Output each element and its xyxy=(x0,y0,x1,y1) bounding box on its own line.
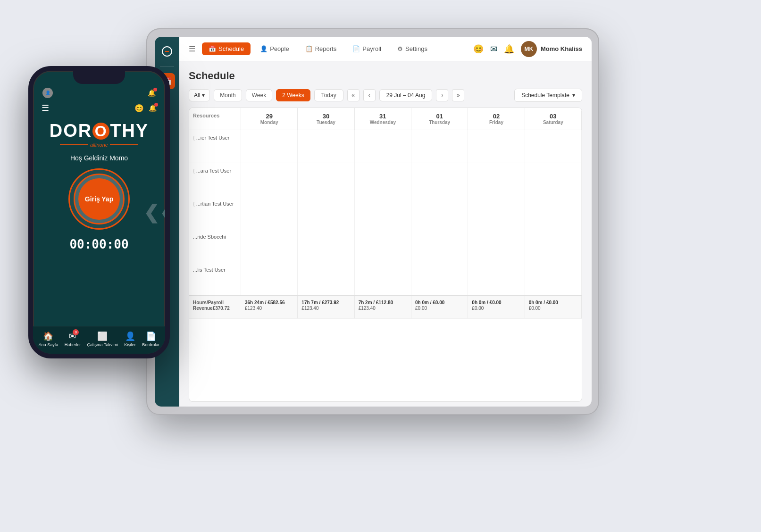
cell-r1-tue[interactable] xyxy=(298,130,354,163)
cell-r4-tue[interactable] xyxy=(298,229,354,262)
phone-user-avatar: 👤 xyxy=(42,88,53,98)
day-name-sat: Saturday xyxy=(529,120,577,125)
mail-icon[interactable]: ✉ xyxy=(490,44,497,54)
phone-top-nav: ☰ 😊 🔔 xyxy=(33,100,165,116)
tab-schedule[interactable]: 📅 Schedule xyxy=(202,42,251,55)
calendar-grid: Resources 29 Monday 30 Tuesday 31 xyxy=(189,108,582,402)
tab-reports[interactable]: 📋 Reports xyxy=(299,42,343,55)
user-info[interactable]: MK Momo Khaliss xyxy=(521,41,582,57)
phone-logo-area: DOROTHY allinone xyxy=(33,116,165,151)
total-amount-tue: £123.40 xyxy=(301,306,350,311)
cell-r1-wed[interactable] xyxy=(355,130,411,163)
total-hours-tue: 17h 7m / £273.92 xyxy=(301,300,350,305)
phone-nav-payroll[interactable]: 📄 Bordrolar xyxy=(142,331,159,347)
phone-face-icon: 😊 xyxy=(134,104,144,113)
cell-r1-thu[interactable] xyxy=(411,130,468,163)
table-row: { ...ara Test User xyxy=(189,163,582,196)
people-tab-label: People xyxy=(270,45,289,52)
emoji-icon[interactable]: 😊 xyxy=(473,44,484,54)
total-revenue-label: Revenue£370.72 xyxy=(193,306,237,311)
cell-r2-mon[interactable] xyxy=(241,163,298,196)
schedule-template-button[interactable]: Schedule Template ▾ xyxy=(514,89,582,102)
phone-hamburger-icon[interactable]: ☰ xyxy=(42,103,49,113)
cell-r2-fri[interactable] xyxy=(468,163,525,196)
cell-r2-wed[interactable] xyxy=(355,163,411,196)
phone-login-label: Giriş Yap xyxy=(85,195,113,203)
today-button[interactable]: Today xyxy=(314,89,343,101)
cell-r5-wed[interactable] xyxy=(355,262,411,295)
cell-r3-fri[interactable] xyxy=(468,196,525,229)
day-num-03: 03 xyxy=(529,113,577,120)
bell-icon[interactable]: 🔔 xyxy=(504,44,514,54)
cell-r4-sat[interactable] xyxy=(525,229,582,262)
phone-notification-icon[interactable]: 🔔 xyxy=(149,104,157,112)
cell-r4-mon[interactable] xyxy=(241,229,298,262)
two-weeks-view-button[interactable]: 2 Weeks xyxy=(276,89,310,101)
resource-3-name: ...rtian Test User xyxy=(196,201,234,207)
settings-tab-icon: ⚙ xyxy=(397,45,403,52)
col-header-thu: 01 Thursday xyxy=(411,108,468,130)
col-header-sat: 03 Saturday xyxy=(525,108,582,130)
schedule-tab-label: Schedule xyxy=(218,45,244,52)
bracket-icon-2: { xyxy=(193,168,195,174)
next-next-button[interactable]: » xyxy=(452,89,464,101)
day-num-29: 29 xyxy=(245,113,293,120)
tab-people[interactable]: 👤 People xyxy=(253,42,295,55)
cell-r3-thu[interactable] xyxy=(411,196,468,229)
cell-r4-thu[interactable] xyxy=(411,229,468,262)
schedule-template-chevron-icon: ▾ xyxy=(572,92,575,99)
cell-r4-fri[interactable] xyxy=(468,229,525,262)
resources-header: Resources xyxy=(189,108,241,130)
day-num-01: 01 xyxy=(415,113,464,120)
cell-r3-tue[interactable] xyxy=(298,196,354,229)
phone-nav-people[interactable]: 👤 Kişiler xyxy=(124,331,136,347)
phone-login-button[interactable]: Giriş Yap xyxy=(78,178,120,220)
cell-r3-sat[interactable] xyxy=(525,196,582,229)
prev-prev-button[interactable]: « xyxy=(347,89,360,101)
total-hours-thu: 0h 0m / £0.00 xyxy=(415,300,464,305)
schedule-tab-icon: 📅 xyxy=(209,45,216,52)
cell-r5-fri[interactable] xyxy=(468,262,525,295)
cell-r5-tue[interactable] xyxy=(298,262,354,295)
cell-r3-wed[interactable] xyxy=(355,196,411,229)
hamburger-button[interactable]: ☰ xyxy=(189,44,195,53)
col-header-mon: 29 Monday xyxy=(241,108,298,130)
cell-r1-mon[interactable] xyxy=(241,130,298,163)
week-view-button[interactable]: Week xyxy=(246,89,272,101)
phone-schedule-icon: ⬜ xyxy=(97,331,108,341)
phone-nav-home[interactable]: 🏠 Ana Sayfa xyxy=(39,331,59,347)
tab-payroll[interactable]: 📄 Payroll xyxy=(346,42,388,55)
resource-2-name: ...ara Test User xyxy=(196,168,231,174)
cell-r2-tue[interactable] xyxy=(298,163,354,196)
cell-r1-fri[interactable] xyxy=(468,130,525,163)
phone-bottom-nav: 🏠 Ana Sayfa ✉ Haberler ⬜ Çalışma Takvimi… xyxy=(33,326,165,354)
day-num-02: 02 xyxy=(472,113,520,120)
phone-nav-schedule[interactable]: ⬜ Çalışma Takvimi xyxy=(87,331,118,347)
cell-r3-mon[interactable] xyxy=(241,196,298,229)
cell-r1-sat[interactable] xyxy=(525,130,582,163)
phone-bell-icon: 🔔 xyxy=(148,89,156,97)
cell-r2-sat[interactable] xyxy=(525,163,582,196)
cell-r5-sat[interactable] xyxy=(525,262,582,295)
col-header-wed: 31 Wednesday xyxy=(355,108,411,130)
next-button[interactable]: › xyxy=(436,89,448,101)
prev-button[interactable]: ‹ xyxy=(363,89,376,101)
phone-nav-people-label: Kişiler xyxy=(124,342,136,347)
phone-logo-sub: allinone xyxy=(60,142,138,148)
month-view-button[interactable]: Month xyxy=(214,89,242,101)
cell-r5-mon[interactable] xyxy=(241,262,298,295)
filter-dropdown[interactable]: All ▾ xyxy=(189,89,210,101)
tablet-content: ☰ 📅 Schedule 👤 People 📋 Reports 📄 xyxy=(179,37,592,407)
settings-tab-label: Settings xyxy=(405,45,427,52)
cell-r5-thu[interactable] xyxy=(411,262,468,295)
phone-chevron-right-icon: ❮❮ xyxy=(143,201,170,223)
phone-nav-news[interactable]: ✉ Haberler xyxy=(65,331,81,347)
day-num-30: 30 xyxy=(301,113,350,120)
resource-5: ...lis Test User xyxy=(189,262,241,295)
schedule-template-label: Schedule Template xyxy=(521,92,569,99)
total-hours-sat: 0h 0m / £0.00 xyxy=(529,300,577,305)
cell-r2-thu[interactable] xyxy=(411,163,468,196)
cell-r4-wed[interactable] xyxy=(355,229,411,262)
col-header-tue: 30 Tuesday xyxy=(298,108,354,130)
tab-settings[interactable]: ⚙ Settings xyxy=(391,42,434,55)
